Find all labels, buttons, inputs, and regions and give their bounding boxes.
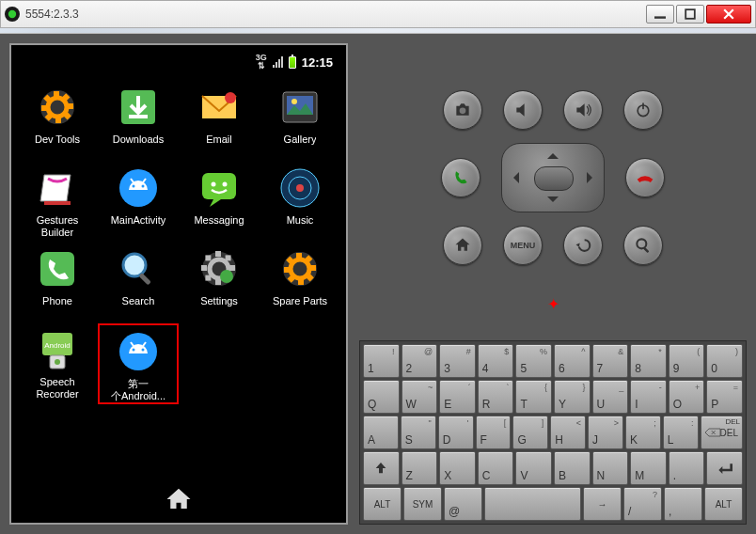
app-first-android[interactable]: 第一 个Android... xyxy=(98,323,179,404)
key-y[interactable]: Y} xyxy=(554,380,591,414)
app-settings[interactable]: Settings xyxy=(179,243,260,320)
minimize-button[interactable] xyxy=(646,5,674,24)
key-n[interactable]: N xyxy=(592,451,629,485)
led-indicator: ✦ xyxy=(547,295,559,313)
hardware-keyboard: 1!2@3#4$5%6^7&8*9(0)QW~E´R`T{Y}U_I-O+P=A… xyxy=(359,340,747,525)
key-2[interactable]: 2@ xyxy=(402,344,438,378)
home-button[interactable] xyxy=(443,226,482,265)
key-h[interactable]: H< xyxy=(550,416,586,449)
svg-rect-1 xyxy=(654,16,666,18)
key-8[interactable]: 8* xyxy=(630,344,667,378)
key-7[interactable]: 7& xyxy=(592,344,629,378)
vol-up-button[interactable] xyxy=(563,90,603,130)
key-r[interactable]: R` xyxy=(478,380,514,414)
phone-icon xyxy=(35,246,80,291)
key-i[interactable]: I- xyxy=(630,380,667,414)
gallery-label: Gallery xyxy=(284,134,317,158)
close-button[interactable] xyxy=(706,5,751,24)
key-l[interactable]: L: xyxy=(663,416,699,449)
key-p[interactable]: P= xyxy=(706,380,743,414)
key-1[interactable]: 1! xyxy=(363,344,400,378)
key-q[interactable]: Q xyxy=(363,380,400,414)
key-o[interactable]: O+ xyxy=(669,380,705,414)
key-,[interactable]: , xyxy=(664,487,702,521)
app-music[interactable]: Music xyxy=(260,162,340,239)
key-sym[interactable]: SYM xyxy=(403,487,442,521)
key-0[interactable]: 0) xyxy=(706,344,743,378)
app-gestures-builder[interactable]: Gestures Builder xyxy=(17,162,98,239)
key-f[interactable]: F[ xyxy=(476,416,512,449)
app-icon xyxy=(5,7,20,22)
key-b[interactable]: B xyxy=(554,451,591,485)
camera-button[interactable] xyxy=(443,90,482,130)
key-e[interactable]: E´ xyxy=(439,380,476,414)
spare-parts-label: Spare Parts xyxy=(273,295,327,320)
key-.[interactable]: . xyxy=(669,451,705,485)
key-→[interactable]: → xyxy=(583,487,622,521)
network-3g-icon: 3G⇅ xyxy=(256,54,267,71)
key-del[interactable]: DELDEL xyxy=(701,416,743,449)
key-u[interactable]: U_ xyxy=(592,380,629,414)
key-z[interactable]: Z xyxy=(402,451,438,485)
music-icon xyxy=(277,165,323,211)
svg-point-64 xyxy=(460,108,466,115)
key-alt[interactable]: ALT xyxy=(704,487,743,521)
svg-point-30 xyxy=(296,184,304,192)
app-dev-tools[interactable]: Dev Tools xyxy=(17,81,98,158)
end-call-button[interactable] xyxy=(625,158,665,197)
menu-button[interactable]: MENU xyxy=(503,226,543,265)
key-3[interactable]: 3# xyxy=(439,344,476,378)
home-softkey[interactable] xyxy=(165,485,193,517)
app-main-activity[interactable]: MainActivity xyxy=(98,162,179,239)
key-shift[interactable] xyxy=(363,451,400,485)
svg-point-25 xyxy=(212,182,216,187)
key-w[interactable]: W~ xyxy=(402,380,438,414)
key-enter[interactable] xyxy=(706,451,743,485)
app-email[interactable]: Email xyxy=(179,81,260,158)
key-g[interactable]: G] xyxy=(512,416,548,449)
key-a[interactable]: A xyxy=(363,416,399,449)
key-t[interactable]: T{ xyxy=(515,380,552,414)
key-@[interactable]: @ xyxy=(444,487,482,521)
app-messaging[interactable]: Messaging xyxy=(179,162,260,239)
key-m[interactable]: M xyxy=(630,451,667,485)
key-5[interactable]: 5% xyxy=(515,344,552,378)
main-activity-icon xyxy=(116,165,161,211)
app-grid: Dev Tools Downloads Email Gallery Gestur… xyxy=(17,73,340,412)
back-button[interactable] xyxy=(563,226,603,265)
app-search[interactable]: Search xyxy=(98,243,179,320)
power-button[interactable] xyxy=(623,90,663,130)
maximize-button[interactable] xyxy=(676,5,704,24)
key-/[interactable]: /? xyxy=(623,487,662,521)
key-4[interactable]: 4$ xyxy=(478,344,514,378)
svg-point-15 xyxy=(225,92,236,103)
key-k[interactable]: K; xyxy=(625,416,661,449)
svg-rect-31 xyxy=(40,252,74,286)
app-phone[interactable]: Phone xyxy=(17,243,98,320)
app-gallery[interactable]: Gallery xyxy=(260,81,340,158)
key-v[interactable]: V xyxy=(515,451,552,485)
call-button[interactable] xyxy=(441,158,480,197)
key-s[interactable]: S" xyxy=(401,416,436,449)
key-alt[interactable]: ALT xyxy=(363,487,402,521)
gallery-icon xyxy=(277,85,323,130)
app-speech-recorder[interactable]: Android Speech Recorder xyxy=(17,323,98,404)
dpad[interactable] xyxy=(501,143,605,212)
vol-down-button[interactable] xyxy=(503,90,543,130)
svg-point-61 xyxy=(142,349,145,352)
key-c[interactable]: C xyxy=(478,451,514,485)
key-j[interactable]: J> xyxy=(588,416,623,449)
svg-rect-43 xyxy=(226,255,231,260)
key-space[interactable] xyxy=(484,487,581,521)
app-downloads[interactable]: Downloads xyxy=(98,81,179,158)
app-spare-parts[interactable]: Spare Parts xyxy=(260,243,340,320)
key-d[interactable]: D' xyxy=(438,416,474,449)
search-button[interactable] xyxy=(623,226,663,265)
key-6[interactable]: 6^ xyxy=(554,344,591,378)
search-label: Search xyxy=(122,295,155,320)
svg-rect-68 xyxy=(643,247,649,253)
settings-icon xyxy=(197,246,242,291)
key-9[interactable]: 9( xyxy=(669,344,705,378)
svg-rect-24 xyxy=(202,173,236,199)
key-x[interactable]: X xyxy=(439,451,476,485)
